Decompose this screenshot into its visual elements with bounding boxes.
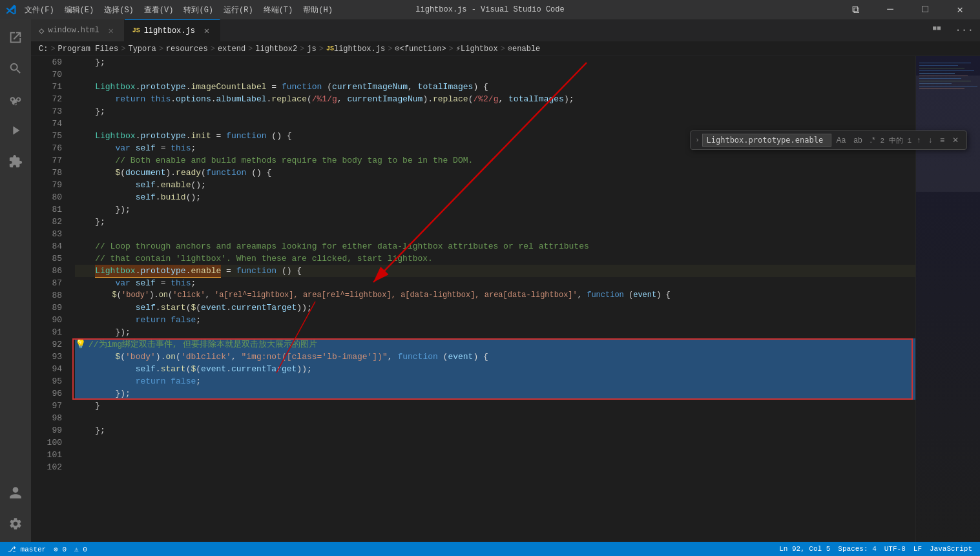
menu-view[interactable]: 查看(V) bbox=[144, 5, 174, 15]
line-num-79: 79 bbox=[31, 179, 62, 191]
tab-lightbox-js[interactable]: JS lightbox.js ✕ bbox=[125, 19, 220, 41]
minimap bbox=[915, 56, 980, 542]
more-tabs-button[interactable]: ··· bbox=[948, 19, 980, 41]
breadcrumb-enable[interactable]: enable bbox=[512, 45, 540, 54]
svg-rect-8 bbox=[919, 70, 974, 71]
findbar-regex[interactable]: .* bbox=[868, 134, 878, 146]
sidebar-item-source-control[interactable] bbox=[3, 87, 28, 112]
status-branch[interactable]: ⎇ master bbox=[8, 545, 46, 553]
breadcrumb-function-icon: ⊙ bbox=[395, 44, 399, 54]
findbar-expand-icon[interactable]: › bbox=[696, 137, 700, 144]
editor-layout-button[interactable] bbox=[925, 19, 948, 41]
line-num-102: 102 bbox=[31, 461, 62, 473]
breadcrumb: C: > Program Files > Typora > resources … bbox=[31, 42, 980, 56]
status-errors[interactable]: ⊗ 0 bbox=[54, 545, 67, 553]
menu-goto[interactable]: 转到(G) bbox=[183, 5, 213, 15]
line-num-96: 96 bbox=[31, 387, 62, 400]
sidebar-item-account[interactable] bbox=[3, 480, 28, 506]
findbar-prev[interactable]: ↑ bbox=[914, 134, 923, 146]
breadcrumb-resources[interactable]: resources bbox=[166, 45, 208, 54]
code-line-77: // Both enable and build methods require… bbox=[75, 154, 915, 167]
code-line-101 bbox=[75, 449, 915, 461]
code-line-93: $('body').on('dblclick', "img:not([class… bbox=[75, 351, 915, 363]
breadcrumb-program-files[interactable]: Program Files bbox=[58, 45, 119, 54]
code-line-74 bbox=[75, 118, 915, 130]
menu-terminal[interactable]: 终端(T) bbox=[264, 5, 293, 15]
line-num-88: 88 bbox=[31, 289, 62, 302]
findbar-whole-word[interactable]: ab bbox=[851, 134, 864, 146]
sidebar-item-settings[interactable] bbox=[3, 511, 28, 537]
findbar-close-lines[interactable]: ≡ bbox=[937, 134, 947, 146]
findbar-close[interactable]: ✕ bbox=[950, 134, 961, 146]
line-num-86: 86 bbox=[31, 265, 62, 277]
breadcrumb-function[interactable]: <function> bbox=[400, 45, 446, 54]
menu-run[interactable]: 运行(R) bbox=[224, 5, 253, 15]
status-line-col[interactable]: Ln 92, Col 5 bbox=[779, 545, 830, 553]
tab-window-html-icon: ◇ bbox=[39, 25, 44, 36]
breadcrumb-extend[interactable]: extend bbox=[218, 45, 245, 54]
svg-rect-5 bbox=[919, 63, 971, 63]
breadcrumb-lightboxjs[interactable]: lightbox.js bbox=[334, 45, 385, 54]
menu-help[interactable]: 帮助(H) bbox=[303, 5, 333, 15]
tab-window-html-close[interactable]: ✕ bbox=[106, 25, 116, 36]
close-button[interactable]: ✕ bbox=[945, 0, 975, 19]
line-num-94: 94 bbox=[31, 363, 62, 375]
line-num-80: 80 bbox=[31, 191, 62, 203]
breadcrumb-js[interactable]: js bbox=[307, 45, 316, 54]
menu-edit[interactable]: 编辑(E) bbox=[65, 5, 94, 15]
main-layout: ◇ window.html ✕ JS lightbox.js ✕ ··· C: … bbox=[0, 19, 980, 542]
code-line-90: return false; bbox=[75, 314, 915, 326]
tab-window-html[interactable]: ◇ window.html ✕ bbox=[31, 19, 125, 41]
sidebar-item-run[interactable] bbox=[3, 118, 28, 143]
minimize-button[interactable]: ─ bbox=[875, 0, 905, 19]
code-line-71: Lightbox.prototype.imageCountLabel = fun… bbox=[75, 81, 915, 93]
status-encoding[interactable]: UTF-8 bbox=[884, 545, 906, 553]
titlebar-controls: ⧉ ─ □ ✕ bbox=[840, 0, 975, 19]
status-warnings[interactable]: ⚠ 0 bbox=[74, 545, 87, 553]
titlebar-menu: 文件(F) 编辑(E) 选择(S) 查看(V) 转到(G) 运行(R) 终端(T… bbox=[25, 5, 333, 15]
line-num-101: 101 bbox=[31, 449, 62, 461]
findbar-input[interactable] bbox=[702, 134, 831, 147]
code-editor[interactable]: 69 70 71 72 73 74 75 76 77 78 79 80 81 8… bbox=[31, 56, 915, 542]
findbar-count: 2 中的 1 bbox=[881, 136, 912, 145]
line-num-89: 89 bbox=[31, 302, 62, 314]
sidebar-item-extensions[interactable] bbox=[3, 149, 28, 174]
breadcrumb-lightbox2[interactable]: lightbox2 bbox=[255, 45, 297, 54]
layout-button[interactable]: ⧉ bbox=[840, 0, 870, 19]
editor-container: › Aa ab .* 2 中的 1 ↑ ↓ ≡ ✕ 69 70 71 72 bbox=[31, 56, 980, 542]
code-line-102 bbox=[75, 461, 915, 473]
breadcrumb-path: C: bbox=[39, 45, 48, 54]
code-content[interactable]: }; Lightbox.prototype.imageCountLabel = … bbox=[70, 56, 915, 542]
restore-button[interactable]: □ bbox=[910, 0, 940, 19]
sidebar-item-search[interactable] bbox=[3, 56, 28, 81]
sidebar-item-explorer[interactable] bbox=[3, 25, 28, 50]
code-line-82: }; bbox=[75, 216, 915, 228]
code-line-91: }); bbox=[75, 326, 915, 338]
lightbulb-icon[interactable]: 💡 bbox=[75, 338, 86, 351]
code-line-81: }); bbox=[75, 203, 915, 216]
tabbar-empty bbox=[220, 19, 925, 41]
line-num-72: 72 bbox=[31, 93, 62, 105]
tab-window-html-label: window.html bbox=[48, 26, 99, 35]
breadcrumb-typora[interactable]: Typora bbox=[128, 45, 156, 54]
status-language[interactable]: JavaScript bbox=[930, 545, 972, 553]
breadcrumb-lightbox[interactable]: Lightbox bbox=[461, 45, 498, 54]
line-num-100: 100 bbox=[31, 437, 62, 449]
line-num-87: 87 bbox=[31, 277, 62, 289]
code-line-89: self.start($(event.currentTarget)); bbox=[75, 302, 915, 314]
tab-lightbox-js-icon: JS bbox=[132, 27, 140, 34]
menu-select[interactable]: 选择(S) bbox=[104, 5, 134, 15]
code-line-69: }; bbox=[75, 56, 915, 68]
status-line-ending[interactable]: LF bbox=[913, 545, 922, 553]
status-spaces[interactable]: Spaces: 4 bbox=[838, 545, 876, 553]
code-line-73: }; bbox=[75, 105, 915, 118]
code-line-99: }; bbox=[75, 424, 915, 437]
findbar-next[interactable]: ↓ bbox=[926, 134, 935, 146]
menu-file[interactable]: 文件(F) bbox=[25, 5, 54, 15]
code-line-97: } bbox=[75, 400, 915, 412]
findbar-match-case[interactable]: Aa bbox=[834, 134, 849, 146]
breadcrumb-lightbox-icon: ⚡ bbox=[456, 44, 461, 54]
code-line-100 bbox=[75, 437, 915, 449]
tab-lightbox-js-close[interactable]: ✕ bbox=[202, 26, 212, 36]
code-line-78: $(document).ready(function () { bbox=[75, 167, 915, 179]
